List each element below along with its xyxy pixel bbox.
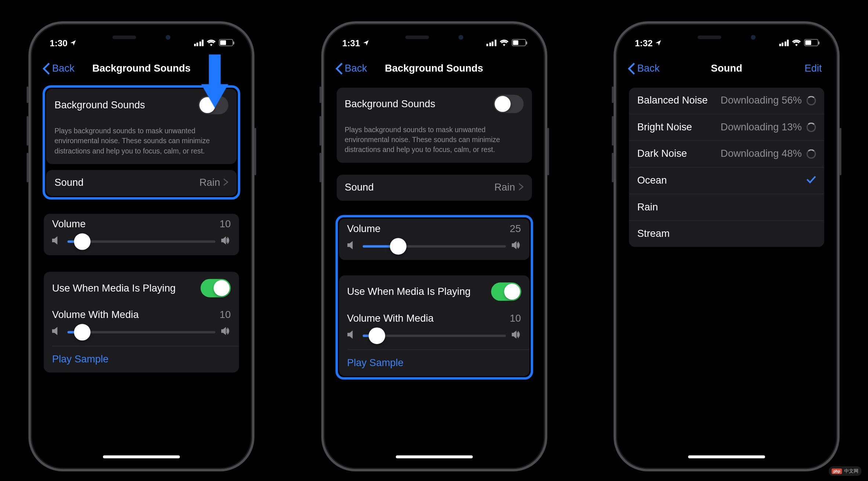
chevron-right-icon [519, 182, 524, 194]
phone-frame-2: 1:31 Back Background Sounds [321, 21, 547, 459]
sound-row[interactable]: Sound Rain [336, 175, 532, 201]
media-group: Use When Media Is Playing Volume With Me… [339, 276, 529, 376]
volume-group: Volume 10 [44, 214, 239, 256]
volume-media-slider[interactable] [68, 331, 215, 333]
phone-notch [679, 30, 774, 45]
home-indicator[interactable] [395, 455, 473, 458]
battery-icon [219, 39, 233, 46]
location-icon [655, 37, 661, 47]
sound-name: Ocean [637, 175, 667, 187]
watermark: php 中文网 [829, 466, 861, 476]
phone-notch [387, 30, 481, 45]
sound-list: Balanced Noise Downloading 56% Bright No… [629, 88, 824, 247]
sound-select-group: Sound Rain [46, 170, 237, 196]
sound-list-item[interactable]: Bright Noise Downloading 13% [629, 114, 824, 141]
volume-high-icon [221, 236, 231, 247]
media-group: Use When Media Is Playing Volume With Me… [44, 272, 239, 373]
signal-icon [779, 39, 789, 46]
use-media-label: Use When Media Is Playing [52, 282, 176, 294]
back-button[interactable]: Back [43, 63, 74, 75]
wifi-icon [207, 37, 216, 47]
volume-high-icon [511, 241, 521, 252]
volume-low-icon [347, 331, 357, 341]
sound-row-value: Rain [200, 177, 220, 189]
sound-row-label: Sound [54, 177, 83, 189]
watermark-text: 中文网 [844, 468, 858, 474]
volume-low-icon [347, 241, 357, 252]
nav-bar: Back Sound Edit [622, 56, 831, 82]
watermark-badge: php [832, 469, 842, 474]
sound-row-value: Rain [495, 182, 515, 194]
back-button[interactable]: Back [335, 63, 367, 75]
wifi-icon [792, 37, 801, 47]
bg-sounds-label: Background Sounds [54, 99, 145, 111]
bg-sounds-description: Plays background sounds to mask unwanted… [336, 120, 532, 163]
sound-list-item[interactable]: Rain [629, 194, 824, 221]
annotation-arrow [201, 54, 228, 110]
play-sample-button[interactable]: Play Sample [339, 350, 529, 376]
nav-bar: Back Background Sounds [329, 56, 539, 82]
phone-frame-1: 1:30 Back Background Sounds [28, 21, 254, 459]
back-button[interactable]: Back [628, 63, 660, 75]
bg-sounds-toggle-group: Background Sounds Plays background sound… [336, 88, 532, 163]
status-time: 1:30 [50, 37, 67, 47]
battery-icon [804, 39, 818, 46]
phone-notch [94, 30, 189, 45]
download-status: Downloading 56% [721, 95, 802, 106]
volume-media-slider[interactable] [362, 335, 506, 337]
sound-row[interactable]: Sound Rain [46, 170, 237, 196]
volume-value: 10 [219, 219, 231, 231]
back-label: Back [344, 63, 367, 75]
sound-name: Dark Noise [637, 148, 687, 160]
battery-icon [511, 39, 526, 46]
use-media-label: Use When Media Is Playing [347, 286, 471, 298]
status-time: 1:32 [635, 37, 653, 47]
location-icon [70, 37, 76, 47]
home-indicator[interactable] [688, 455, 765, 458]
back-label: Back [52, 63, 74, 75]
volume-media-label: Volume With Media [52, 310, 139, 321]
spinner-icon [806, 96, 816, 105]
wifi-icon [499, 37, 508, 47]
volume-label: Volume [52, 219, 85, 231]
bg-sounds-toggle[interactable] [493, 95, 523, 113]
home-indicator[interactable] [103, 455, 180, 458]
sound-list-item[interactable]: Stream [629, 221, 824, 247]
signal-icon [194, 39, 204, 46]
download-status: Downloading 48% [721, 148, 802, 160]
bg-sounds-label: Background Sounds [344, 98, 435, 110]
volume-value: 25 [510, 224, 521, 235]
sound-name: Balanced Noise [637, 95, 708, 106]
highlight-annotation-bottom: Volume 25 [335, 215, 533, 380]
sound-select-group: Sound Rain [336, 175, 532, 201]
sound-list-item[interactable]: Balanced Noise Downloading 56% [629, 88, 824, 115]
use-media-toggle[interactable] [201, 279, 231, 297]
volume-slider[interactable] [68, 240, 215, 243]
spinner-icon [806, 149, 816, 159]
location-icon [362, 37, 369, 47]
volume-low-icon [52, 236, 62, 247]
bg-sounds-description: Plays background sounds to mask unwanted… [46, 122, 237, 164]
volume-group: Volume 25 [339, 219, 529, 260]
use-media-toggle[interactable] [491, 283, 521, 301]
status-time: 1:31 [342, 37, 360, 47]
sound-list-item[interactable]: Dark Noise Downloading 48% [629, 141, 824, 168]
play-sample-button[interactable]: Play Sample [44, 347, 239, 373]
volume-high-icon [221, 327, 231, 338]
volume-label: Volume [347, 224, 380, 235]
checkmark-icon [806, 175, 816, 186]
sound-name: Bright Noise [637, 122, 692, 133]
volume-slider[interactable] [362, 245, 506, 247]
sound-row-label: Sound [344, 182, 373, 194]
sound-list-item[interactable]: Ocean [629, 167, 824, 194]
spinner-icon [806, 123, 816, 132]
volume-low-icon [52, 327, 62, 338]
sound-name: Stream [637, 228, 670, 240]
signal-icon [486, 39, 496, 46]
phone-frame-3: 1:32 Back Sound Edit [613, 21, 839, 459]
volume-media-label: Volume With Media [347, 313, 434, 325]
volume-high-icon [511, 331, 521, 341]
edit-button[interactable]: Edit [805, 63, 825, 75]
volume-media-value: 10 [219, 310, 231, 321]
sound-name: Rain [637, 201, 658, 213]
